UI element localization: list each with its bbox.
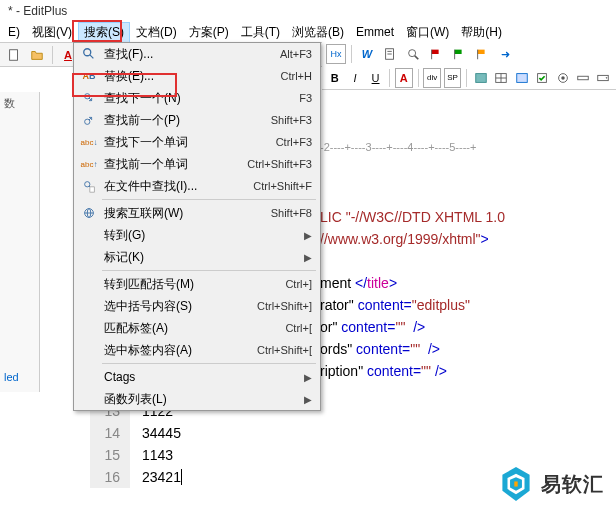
menu-item-label: 匹配标签(A) bbox=[100, 320, 285, 337]
menu-item[interactable]: 查找前一个(P)Shift+F3 bbox=[74, 109, 320, 131]
sidebar: 数 led bbox=[0, 92, 40, 392]
menu-item[interactable]: 在文件中查找(I)...Ctrl+Shift+F bbox=[74, 175, 320, 197]
menu-item[interactable]: 搜索互联网(W)Shift+F8 bbox=[74, 202, 320, 224]
menu-shortcut: Ctrl+] bbox=[285, 278, 312, 290]
tool-bold-icon[interactable]: B bbox=[326, 68, 343, 88]
menu-shortcut: Shift+F3 bbox=[271, 114, 312, 126]
menu-project[interactable]: 方案(P) bbox=[183, 22, 235, 43]
tool-new-icon[interactable] bbox=[4, 45, 24, 65]
menu-shortcut: Alt+F3 bbox=[280, 48, 312, 60]
svg-rect-32 bbox=[514, 481, 517, 486]
tool-div-icon[interactable]: div bbox=[423, 68, 440, 88]
svg-line-5 bbox=[415, 56, 419, 60]
menu-shortcut: Ctrl+F3 bbox=[276, 136, 312, 148]
line-gutter-area[interactable]: 13112214344451511431623421 bbox=[90, 400, 182, 488]
menu-browser[interactable]: 浏览器(B) bbox=[286, 22, 350, 43]
tool-hx-icon[interactable]: Hx bbox=[326, 44, 346, 64]
menu-item-label: 查找下一个(N) bbox=[100, 90, 299, 107]
menu-item-label: 选中标签内容(A) bbox=[100, 342, 257, 359]
editor-line: 151143 bbox=[90, 444, 182, 466]
word-down-icon: abc↓ bbox=[78, 138, 100, 147]
separator bbox=[466, 69, 467, 87]
tool-flag2-icon[interactable] bbox=[449, 44, 469, 64]
code-editor[interactable]: -2----+----3----+----4----+----5----+ LI… bbox=[320, 92, 616, 404]
menu-item[interactable]: 匹配标签(A)Ctrl+[ bbox=[74, 317, 320, 339]
tool-a-icon[interactable]: A bbox=[395, 68, 412, 88]
menu-view[interactable]: 视图(V) bbox=[26, 22, 78, 43]
tool-radio-icon[interactable] bbox=[554, 68, 571, 88]
tool-table-icon[interactable] bbox=[493, 68, 510, 88]
separator bbox=[389, 69, 390, 87]
line-number: 15 bbox=[90, 444, 130, 466]
tool-input-icon[interactable] bbox=[574, 68, 591, 88]
menu-item[interactable]: 选中括号内容(S)Ctrl+Shift+] bbox=[74, 295, 320, 317]
toolbar-2: Hx W ➜ bbox=[322, 42, 616, 66]
menu-search[interactable]: 搜索(S) bbox=[78, 22, 130, 43]
menu-window[interactable]: 窗口(W) bbox=[400, 22, 455, 43]
submenu-arrow-icon: ▶ bbox=[304, 230, 312, 241]
logo-badge-icon bbox=[499, 465, 533, 503]
menu-emmet[interactable]: Emmet bbox=[350, 23, 400, 41]
tool-flag-icon[interactable] bbox=[426, 44, 446, 64]
logo-text: 易软汇 bbox=[541, 471, 604, 498]
search-down-icon bbox=[78, 91, 100, 105]
menu-item-label: 搜索互联网(W) bbox=[100, 205, 271, 222]
menu-item[interactable]: 查找(F)...Alt+F3 bbox=[74, 43, 320, 65]
svg-rect-20 bbox=[578, 76, 589, 80]
separator bbox=[351, 45, 352, 63]
tool-flag3-icon[interactable] bbox=[472, 44, 492, 64]
menu-item[interactable]: 函数列表(L)▶ bbox=[74, 388, 320, 410]
menu-tools[interactable]: 工具(T) bbox=[235, 22, 286, 43]
menu-item[interactable]: abc↓查找下一个单词Ctrl+F3 bbox=[74, 131, 320, 153]
toolbar-3: B I U A div SP bbox=[322, 66, 616, 90]
search-up-icon bbox=[78, 113, 100, 127]
menu-item-label: 函数列表(L) bbox=[100, 391, 304, 408]
tool-select-icon[interactable] bbox=[595, 68, 612, 88]
menu-item[interactable]: 转到(G)▶ bbox=[74, 224, 320, 246]
menu-item[interactable]: abc↑查找前一个单词Ctrl+Shift+F3 bbox=[74, 153, 320, 175]
menu-shortcut: Ctrl+[ bbox=[285, 322, 312, 334]
svg-rect-28 bbox=[90, 187, 94, 192]
tool-img-icon[interactable] bbox=[472, 68, 489, 88]
line-text: 1143 bbox=[130, 444, 173, 466]
menu-shortcut: Shift+F8 bbox=[271, 207, 312, 219]
menu-item[interactable]: 标记(K)▶ bbox=[74, 246, 320, 268]
menu-item-label: 查找前一个(P) bbox=[100, 112, 271, 129]
tool-arrow-icon[interactable]: ➜ bbox=[495, 44, 515, 64]
menu-e[interactable]: E) bbox=[2, 23, 26, 41]
menu-item[interactable]: AB替换(E)...Ctrl+H bbox=[74, 65, 320, 87]
svg-point-4 bbox=[409, 50, 416, 57]
search-menu-dropdown: 查找(F)...Alt+F3AB替换(E)...Ctrl+H查找下一个(N)F3… bbox=[73, 42, 321, 411]
menu-item-label: 查找前一个单词 bbox=[100, 156, 247, 173]
separator bbox=[52, 46, 53, 64]
tool-doc-icon[interactable] bbox=[380, 44, 400, 64]
menu-separator bbox=[102, 363, 316, 364]
tool-sp-icon[interactable]: SP bbox=[444, 68, 461, 88]
tool-underline-icon[interactable]: U bbox=[367, 68, 384, 88]
menu-document[interactable]: 文档(D) bbox=[130, 22, 183, 43]
tool-open-icon[interactable] bbox=[27, 45, 47, 65]
menu-help[interactable]: 帮助(H) bbox=[455, 22, 508, 43]
code-line: //www.w3.org/1999/xhtml"> bbox=[320, 228, 616, 250]
menu-item[interactable]: Ctags▶ bbox=[74, 366, 320, 388]
menu-item[interactable]: 选中标签内容(A)Ctrl+Shift+[ bbox=[74, 339, 320, 361]
code-line: ription" content="" /> bbox=[320, 360, 616, 382]
tool-check-icon[interactable] bbox=[533, 68, 550, 88]
svg-point-22 bbox=[84, 49, 91, 56]
menu-item[interactable]: 查找下一个(N)F3 bbox=[74, 87, 320, 109]
menu-shortcut: Ctrl+H bbox=[281, 70, 312, 82]
code-line: rator" content="editplus" bbox=[320, 294, 616, 316]
submenu-arrow-icon: ▶ bbox=[304, 252, 312, 263]
menu-item-label: 转到(G) bbox=[100, 227, 304, 244]
tool-italic-icon[interactable]: I bbox=[346, 68, 363, 88]
submenu-arrow-icon: ▶ bbox=[304, 372, 312, 383]
svg-point-19 bbox=[561, 76, 565, 80]
tool-w-icon[interactable]: W bbox=[357, 44, 377, 64]
tool-form-icon[interactable] bbox=[513, 68, 530, 88]
editor-line: 1623421 bbox=[90, 466, 182, 488]
replace-icon: AB bbox=[78, 71, 100, 81]
menu-item[interactable]: 转到匹配括号(M)Ctrl+] bbox=[74, 273, 320, 295]
svg-rect-12 bbox=[476, 73, 487, 82]
tool-search-icon[interactable] bbox=[403, 44, 423, 64]
code-line: LIC "-//W3C//DTD XHTML 1.0 bbox=[320, 206, 616, 228]
